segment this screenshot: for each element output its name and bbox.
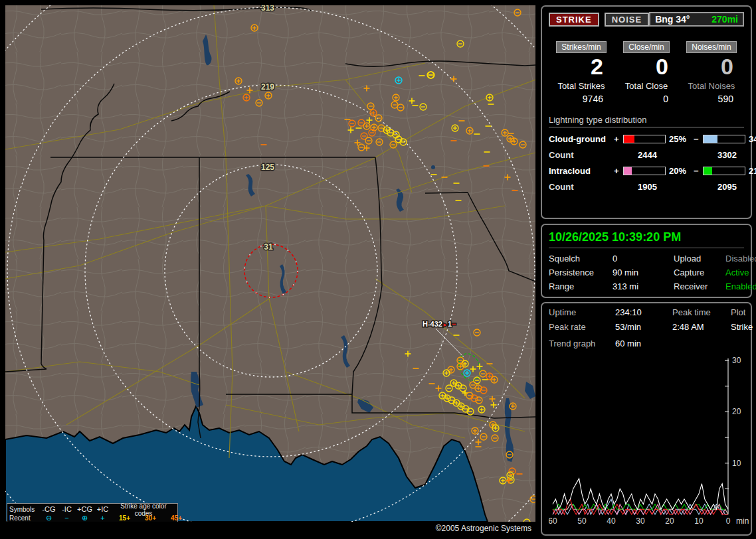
legend-recent-label: Recent [9,514,40,522]
squelch-label: Squelch [549,254,613,264]
trend-chart: 1020306050403020100min [549,355,752,525]
ring-label-313: 313 [261,5,274,13]
peak-time-label: Peak time [672,307,731,317]
counters-section: STRIKE NOISE Bng 34° 270mi Strikes/min 2… [541,5,752,219]
ic-minus-count: 2095 [703,182,745,192]
cg-plus-sign: + [614,134,623,144]
close-per-min-chip: Close/min [623,41,669,53]
persistence-value: 90 min [613,268,674,277]
legend-col-cg-neg: -CG [40,506,58,513]
noises-per-min-value: 0 [679,53,744,80]
intracloud-label: Intracloud [549,166,614,176]
upload-label: Upload [674,254,725,264]
copyright-text: ©2005 Astrogenic Systems [436,524,535,533]
ic-plus-pct: 20% [666,166,694,176]
svg-text:50: 50 [577,516,587,525]
map-status-bar: ©2005 Astrogenic Systems [5,522,535,535]
range-value: 313 mi [613,281,674,291]
legend-col-ic-pos: +IC [94,506,112,513]
ic-plus-sign: + [614,166,623,176]
close-per-min-value: 0 [614,53,679,80]
cg-plus-bar [623,135,666,143]
total-noises-value: 590 [679,94,744,104]
trend-section: Uptime 234:10 Peak time Plot Peak rate 5… [541,302,752,536]
persistence-label: Persistence [549,268,613,277]
strikes-per-min-chip: Strikes/min [556,41,606,53]
recent-ic-neg-icon: − [58,514,76,522]
svg-text:0: 0 [726,516,731,525]
uptime-value: 234:10 [615,307,672,317]
cg-minus-bar [703,135,745,143]
ic-minus-sign: − [694,166,703,176]
cg-plus-pct: 25% [666,134,694,144]
capture-label: Capture [674,268,725,277]
total-close-value: 0 [614,94,679,104]
lightning-distribution: Lightning type distribution Cloud-ground… [549,115,744,192]
recent-ic-pos-icon: + [94,514,112,522]
ring-label-31: 31 [264,242,273,252]
total-noises-label: Total Noises [679,81,744,91]
receiver-value: Enabled [725,281,756,291]
svg-text:10: 10 [694,516,704,525]
total-strikes-label: Total Strikes [549,81,614,91]
svg-text:20: 20 [732,407,741,416]
ic-plus-bar [623,167,666,175]
age-15: 15+ [112,514,138,522]
map-canvas[interactable]: H-432►1− 313 219 125 31 Symbols -CG -IC … [5,5,535,535]
legend-col-cg-pos: +CG [76,506,94,513]
storm-cell-label: H-432►1− [423,320,456,328]
squelch-value: 0 [613,254,674,264]
svg-text:10: 10 [732,459,741,468]
cg-minus-sign: − [694,134,703,144]
peak-time-value: 2:48 AM [672,322,731,332]
ic-count-label: Count [549,182,614,192]
noise-toggle-button[interactable]: NOISE [605,13,649,27]
cg-minus-pct: 34% [745,134,756,144]
plot-value: Strike [731,322,753,332]
plot-label: Plot [731,307,753,317]
bearing-value: Bng 34° [655,14,690,25]
uptime-label: Uptime [549,307,615,317]
legend-col-ic-neg: -IC [58,506,76,513]
svg-text:30: 30 [636,516,645,525]
bearing-range-value: 270mi [711,14,738,25]
trend-graph-label: Trend graph [549,339,615,348]
capture-value: Active [725,268,756,277]
svg-text:40: 40 [607,516,616,525]
svg-text:60: 60 [549,516,557,525]
strikes-per-min-value: 2 [549,53,614,80]
total-close-label: Total Close [614,81,679,91]
ic-minus-bar [703,167,745,175]
peak-rate-label: Peak rate [549,322,615,332]
age-45: 45+ [163,514,189,522]
cloud-ground-label: Cloud-ground [549,134,614,144]
distribution-title: Lightning type distribution [549,115,744,127]
ic-minus-pct: 21% [745,166,756,176]
lightning-map[interactable]: H-432►1− 313 219 125 31 [5,5,535,522]
svg-text:20: 20 [665,516,674,525]
range-label: Range [549,281,613,291]
cg-minus-count: 3302 [703,150,745,160]
trend-graph-value: 60 min [615,339,672,348]
svg-text:30: 30 [732,356,741,365]
recent-cg-neg-icon: ⊖ [40,514,58,522]
cg-plus-count: 2444 [623,150,666,160]
total-strikes-value: 9746 [549,94,614,104]
age-30: 30+ [138,514,163,522]
ring-label-125: 125 [261,163,274,172]
status-section: 10/26/2025 10:39:20 PM Squelch 0 Upload … [541,224,752,298]
noises-per-min-chip: Noises/min [686,41,736,53]
peak-rate-value: 53/min [615,322,672,332]
upload-value: Disabled [725,254,756,264]
strike-toggle-button[interactable]: STRIKE [549,13,599,27]
legend-symbols-header: Symbols [9,506,40,513]
receiver-label: Receiver [674,281,725,291]
bearing-readout: Bng 34° 270mi [649,12,744,27]
recent-cg-pos-icon: ⊕ [76,514,94,522]
svg-text:min: min [736,516,749,525]
cg-count-label: Count [549,150,614,160]
ring-label-219: 219 [261,82,274,92]
ic-plus-count: 1905 [623,182,666,192]
datetime-display: 10/26/2025 10:39:20 PM [549,230,744,248]
side-panel: STRIKE NOISE Bng 34° 270mi Strikes/min 2… [539,0,756,539]
